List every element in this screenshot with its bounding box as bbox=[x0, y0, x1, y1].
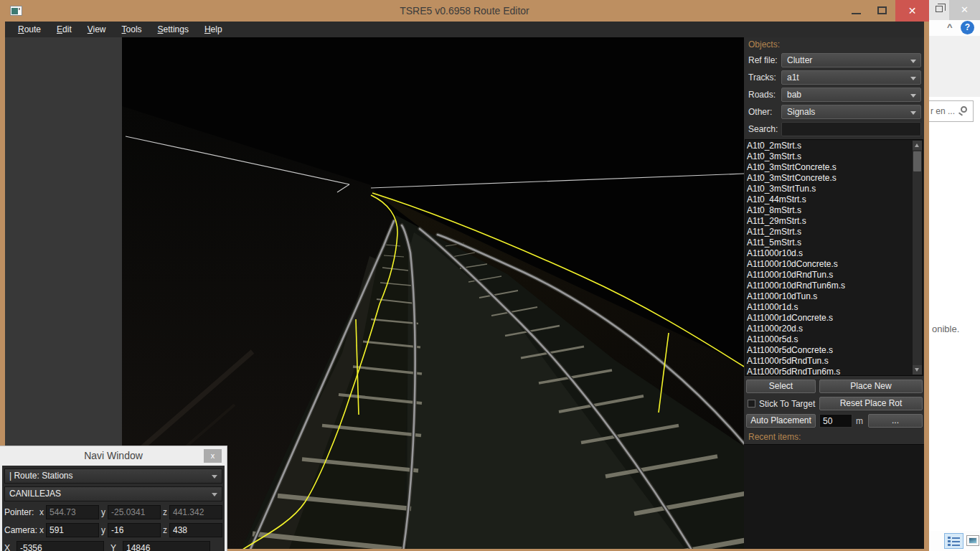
close-button[interactable]: ✕ bbox=[895, 0, 929, 22]
menu-route[interactable]: Route bbox=[11, 23, 47, 36]
select-button[interactable]: Select bbox=[746, 380, 816, 393]
ref-list-item[interactable]: A1t0_8mStrt.s bbox=[747, 205, 912, 216]
camera-y-field[interactable] bbox=[108, 523, 161, 537]
ref-list-item[interactable]: A1t1_5mStrt.s bbox=[747, 237, 912, 248]
ref-list-item[interactable]: A1t0_44mStrt.s bbox=[747, 194, 912, 205]
ref-list-item[interactable]: A1t1000r10dTun.s bbox=[747, 291, 912, 302]
ref-list-item[interactable]: A1t1000r10d.s bbox=[747, 248, 912, 259]
roads-select[interactable]: bab bbox=[781, 88, 921, 102]
pointer-y-field[interactable] bbox=[108, 505, 161, 519]
roads-row: Roads: bab bbox=[744, 86, 924, 103]
ref-list-item[interactable]: A1t1000r10dRndTun.s bbox=[747, 270, 912, 281]
explorer-search-box[interactable]: r en ... bbox=[925, 100, 974, 122]
menu-view[interactable]: View bbox=[81, 23, 113, 36]
other-select[interactable]: Signals bbox=[781, 105, 921, 119]
ref-list-item[interactable]: A1t1000r1dConcrete.s bbox=[747, 313, 912, 324]
chevron-down-icon bbox=[910, 111, 916, 115]
maximize-icon bbox=[877, 6, 887, 14]
restore-icon[interactable] bbox=[936, 6, 943, 12]
navi-titlebar[interactable]: Navi Window x bbox=[2, 446, 225, 466]
camera-label: Camera: bbox=[4, 525, 37, 535]
auto-placement-button[interactable]: Auto Placement bbox=[746, 414, 816, 428]
pointer-x-label: x bbox=[39, 507, 44, 517]
distance-input[interactable] bbox=[819, 414, 852, 428]
camera-z-label: z bbox=[163, 525, 167, 535]
search-row: Search: bbox=[744, 121, 924, 138]
explorer-close-button[interactable]: ✕ bbox=[949, 0, 980, 20]
ref-list-item[interactable]: A1t1000r20d.s bbox=[747, 324, 912, 334]
list-scrollbar[interactable] bbox=[913, 141, 922, 375]
search-input[interactable] bbox=[781, 122, 921, 136]
menu-help[interactable]: Help bbox=[198, 23, 229, 36]
more-options-button[interactable]: ... bbox=[868, 414, 923, 428]
tile-y-label: Y bbox=[110, 543, 121, 551]
background-explorer-window: ✕ ^ ? r en ... onible. bbox=[929, 0, 980, 551]
scroll-down-button[interactable] bbox=[913, 365, 922, 375]
chevron-down-icon bbox=[212, 493, 217, 496]
thumbnail-view-icon[interactable] bbox=[966, 535, 979, 546]
stick-to-target-checkbox[interactable] bbox=[748, 400, 755, 408]
ref-list-item[interactable]: A1t1000r10dRndTun6m.s bbox=[747, 281, 912, 291]
menu-settings[interactable]: Settings bbox=[151, 23, 195, 36]
scrollbar-thumb[interactable] bbox=[913, 151, 921, 171]
help-icon[interactable]: ? bbox=[961, 21, 974, 34]
objects-section-label: Objects: bbox=[744, 39, 924, 52]
pointer-x-field[interactable] bbox=[46, 505, 99, 519]
titlebar[interactable]: TSRE5 v0.6958 Route Editor ✕ bbox=[0, 0, 929, 22]
ref-list-item[interactable]: A1t1000r10dConcrete.s bbox=[747, 259, 912, 270]
other-label: Other: bbox=[748, 107, 781, 117]
ref-list-item[interactable]: A1t0_3mStrtConcrete.s bbox=[747, 162, 912, 173]
scroll-up-button[interactable] bbox=[913, 141, 922, 150]
camera-x-label: x bbox=[39, 525, 44, 535]
ref-list-item[interactable]: A1t0_2mStrt.s bbox=[747, 141, 912, 151]
chevron-down-icon bbox=[910, 77, 916, 80]
ref-list-item[interactable]: A1t1_2mStrt.s bbox=[747, 227, 912, 237]
explorer-ribbon-area bbox=[929, 36, 980, 97]
scroll-up-icon bbox=[915, 143, 919, 147]
place-new-button[interactable]: Place New bbox=[819, 380, 923, 393]
tracks-select[interactable]: a1t bbox=[781, 70, 921, 85]
reset-place-rot-button[interactable]: Reset Place Rot bbox=[819, 397, 923, 410]
navi-close-button[interactable]: x bbox=[204, 449, 222, 463]
recent-items-label: Recent items: bbox=[744, 428, 924, 444]
tile-y-field[interactable] bbox=[123, 541, 210, 551]
station-select[interactable]: CANILLEJAS bbox=[4, 486, 222, 501]
ref-list-item[interactable]: A1t0_3mStrt.s bbox=[747, 151, 912, 162]
ref-list-item[interactable]: A1t1000r5dRndTun6m.s bbox=[747, 367, 912, 375]
ref-list-container: A1t0_2mStrt.sA1t0_3mStrt.sA1t0_3mStrtCon… bbox=[745, 139, 923, 376]
ref-list-item[interactable]: A1t1000r5d.s bbox=[747, 334, 912, 345]
minimize-button[interactable] bbox=[845, 0, 870, 22]
pointer-label: Pointer: bbox=[4, 507, 37, 517]
chevron-up-icon[interactable]: ^ bbox=[947, 22, 953, 32]
ref-file-select[interactable]: Clutter bbox=[781, 53, 921, 67]
camera-z-field[interactable] bbox=[169, 523, 222, 537]
recent-items-list[interactable] bbox=[744, 444, 924, 549]
pointer-z-field[interactable] bbox=[169, 505, 222, 519]
menu-edit[interactable]: Edit bbox=[50, 23, 78, 36]
chevron-down-icon bbox=[910, 94, 916, 98]
window-title: TSRE5 v0.6958 Route Editor bbox=[0, 0, 929, 22]
camera-x-field[interactable] bbox=[46, 523, 99, 537]
ref-file-label: Ref file: bbox=[748, 55, 781, 65]
route-marker-select[interactable]: | Route: Stations bbox=[4, 468, 222, 484]
ref-list-item[interactable]: A1t0_3mStrtConcrete.s bbox=[747, 173, 912, 184]
ref-list-item[interactable]: A1t1000r5dRndTun.s bbox=[747, 356, 912, 367]
menubar: Route Edit View Tools Settings Help bbox=[5, 22, 924, 37]
tracks-row: Tracks: a1t bbox=[744, 69, 924, 86]
chevron-down-icon bbox=[212, 475, 217, 479]
maximize-button[interactable] bbox=[871, 0, 895, 22]
navi-window-title: Navi Window bbox=[2, 446, 225, 466]
stick-to-target-cell: Stick To Target bbox=[746, 399, 816, 409]
ref-list-item[interactable]: A1t0_3mStrtTun.s bbox=[747, 184, 912, 194]
navi-window: Navi Window x | Route: Stations CANILLEJ… bbox=[0, 446, 227, 551]
explorer-statusbar bbox=[929, 531, 980, 551]
chevron-down-icon bbox=[910, 60, 916, 63]
ref-list-item[interactable]: A1t1000r5dConcrete.s bbox=[747, 345, 912, 356]
ref-list-item[interactable]: A1t1_29mStrt.s bbox=[747, 216, 912, 227]
ref-list-item[interactable]: A1t1000r1d.s bbox=[747, 302, 912, 313]
tracks-label: Tracks: bbox=[748, 72, 781, 83]
menu-tools[interactable]: Tools bbox=[116, 23, 149, 36]
list-view-icon[interactable] bbox=[944, 533, 963, 549]
tile-x-field[interactable] bbox=[17, 541, 104, 551]
roads-label: Roads: bbox=[748, 90, 781, 100]
